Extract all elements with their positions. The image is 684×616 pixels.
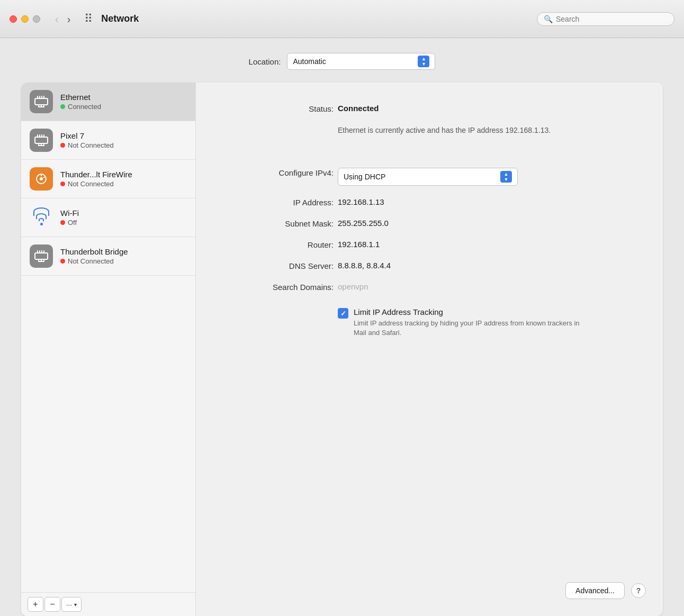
sidebar-item-thunderbolt-bridge[interactable]: Thunderbolt Bridge Not Connected <box>21 237 195 276</box>
subnet-label: Subnet Mask: <box>228 219 334 228</box>
svg-line-21 <box>43 177 45 178</box>
status-value: Connected <box>338 104 631 113</box>
thunderbolt-firewire-name: Thunder...lt FireWire <box>60 170 132 179</box>
thunderbolt-bridge-status: Not Connected <box>60 257 128 265</box>
pixel7-icon <box>30 129 53 152</box>
svg-point-19 <box>40 177 43 180</box>
pixel7-status-dot <box>60 143 65 148</box>
thunderbolt-bridge-icon <box>30 244 53 268</box>
svg-rect-0 <box>35 98 48 105</box>
wifi-name: Wi-Fi <box>60 209 79 218</box>
router-value: 192.168.1.1 <box>338 240 631 249</box>
ethernet-name: Ethernet <box>60 93 101 102</box>
dns-value: 8.8.8.8, 8.8.4.4 <box>338 261 631 270</box>
grid-button[interactable]: ⠿ <box>81 11 96 27</box>
location-arrows-icon: ▲ ▼ <box>418 56 429 67</box>
configure-label: Configure IPv4: <box>228 168 334 177</box>
thunderbolt-bridge-status-dot <box>60 259 65 264</box>
thunderbolt-bridge-info: Thunderbolt Bridge Not Connected <box>60 247 128 265</box>
window-title: Network <box>101 13 139 24</box>
network-action-button[interactable]: ··· ▾ <box>61 597 82 612</box>
subnet-value: 255.255.255.0 <box>338 219 631 228</box>
close-button[interactable] <box>10 15 17 23</box>
ethernet-icon <box>30 90 53 113</box>
add-network-button[interactable]: + <box>28 597 43 612</box>
sidebar: Ethernet Connected <box>21 83 196 616</box>
sidebar-footer: + − ··· ▾ <box>21 592 195 616</box>
back-button[interactable]: ‹ <box>52 13 62 25</box>
content-area: Ethernet Connected <box>21 83 663 616</box>
limit-tracking-row: Limit IP Address Tracking Limit IP addre… <box>338 307 631 338</box>
maximize-button[interactable] <box>33 15 40 23</box>
search-icon: 🔍 <box>544 15 553 23</box>
titlebar: ‹ › ⠿ Network 🔍 <box>0 0 684 38</box>
forward-button[interactable]: › <box>64 13 74 25</box>
limit-tracking-label: Limit IP Address Tracking <box>354 307 587 316</box>
search-domains-value: openvpn <box>338 282 631 291</box>
ethernet-status: Connected <box>60 103 101 111</box>
minimize-button[interactable] <box>21 15 29 23</box>
advanced-button[interactable]: Advanced... <box>565 582 625 599</box>
network-list: Ethernet Connected <box>21 83 195 592</box>
limit-tracking-desc: Limit IP address tracking by hiding your… <box>354 319 587 338</box>
thunderbolt-firewire-status: Not Connected <box>60 180 132 188</box>
pixel7-name: Pixel 7 <box>60 131 114 140</box>
remove-network-button[interactable]: − <box>44 597 60 612</box>
location-dropdown[interactable]: Automatic ▲ ▼ <box>287 53 435 70</box>
status-description: Ethernet is currently active and has the… <box>338 125 631 136</box>
configure-dropdown[interactable]: Using DHCP ▲ ▼ <box>338 168 518 186</box>
router-row: Router: 192.168.1.1 <box>228 240 631 249</box>
svg-rect-22 <box>35 253 48 259</box>
configure-row: Configure IPv4: Using DHCP ▲ ▼ <box>228 168 631 186</box>
ip-label: IP Address: <box>228 197 334 207</box>
pixel7-info: Pixel 7 Not Connected <box>60 131 114 149</box>
subnet-row: Subnet Mask: 255.255.255.0 <box>228 219 631 228</box>
status-label: Status: <box>228 104 334 113</box>
limit-tracking-checkbox[interactable] <box>338 308 348 319</box>
sidebar-item-ethernet[interactable]: Ethernet Connected <box>21 83 195 121</box>
search-input[interactable] <box>556 15 668 23</box>
nav-buttons: ‹ › <box>52 13 74 25</box>
main-panel: Status: Connected Ethernet is currently … <box>196 83 663 616</box>
router-label: Router: <box>228 240 334 249</box>
traffic-lights <box>10 15 40 23</box>
firewire-icon <box>30 167 53 191</box>
help-button[interactable]: ? <box>631 583 646 598</box>
configure-value: Using DHCP <box>344 173 385 181</box>
configure-arrows-icon: ▲ ▼ <box>500 171 512 183</box>
wifi-icon <box>30 206 53 229</box>
dns-label: DNS Server: <box>228 261 334 270</box>
search-box: 🔍 <box>537 12 674 26</box>
wifi-status-dot <box>60 220 65 225</box>
status-desc-label <box>228 125 334 125</box>
dns-row: DNS Server: 8.8.8.8, 8.8.4.4 <box>228 261 631 270</box>
ethernet-status-dot <box>60 104 65 109</box>
sidebar-item-wifi[interactable]: Wi-Fi Off <box>21 198 195 237</box>
status-desc-row: Ethernet is currently active and has the… <box>228 125 631 136</box>
location-value: Automatic <box>293 57 326 66</box>
location-label: Location: <box>249 57 281 66</box>
main-content: Location: Automatic ▲ ▼ <box>0 38 684 616</box>
thunderbolt-bridge-name: Thunderbolt Bridge <box>60 247 128 256</box>
search-domains-row: Search Domains: openvpn <box>228 282 631 292</box>
search-domains-label: Search Domains: <box>228 282 334 292</box>
svg-rect-9 <box>35 137 48 143</box>
thunderbolt-firewire-info: Thunder...lt FireWire Not Connected <box>60 170 132 188</box>
sidebar-item-thunderbolt-firewire[interactable]: Thunder...lt FireWire Not Connected <box>21 160 195 198</box>
ip-value: 192.168.1.13 <box>338 197 631 206</box>
location-row: Location: Automatic ▲ ▼ <box>21 53 663 70</box>
wifi-status: Off <box>60 219 79 227</box>
ip-row: IP Address: 192.168.1.13 <box>228 197 631 207</box>
status-row: Status: Connected <box>228 104 631 113</box>
sidebar-item-pixel7[interactable]: Pixel 7 Not Connected <box>21 121 195 160</box>
bottom-buttons: Advanced... ? <box>565 582 646 599</box>
wifi-info: Wi-Fi Off <box>60 209 79 227</box>
ethernet-info: Ethernet Connected <box>60 93 101 111</box>
pixel7-status: Not Connected <box>60 141 114 149</box>
thunderbolt-firewire-status-dot <box>60 182 65 186</box>
